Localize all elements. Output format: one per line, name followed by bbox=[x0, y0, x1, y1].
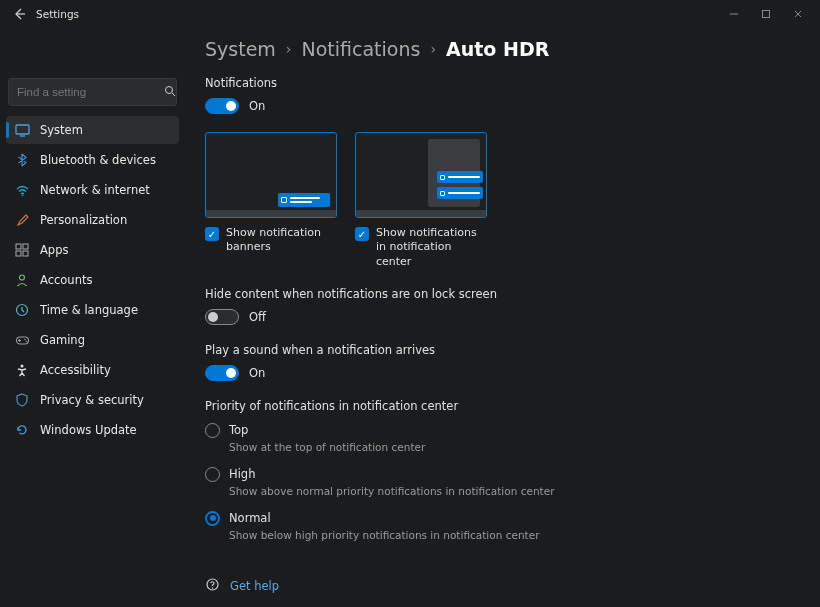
play-sound-state: On bbox=[249, 366, 265, 380]
search-box[interactable] bbox=[8, 78, 177, 106]
person-icon bbox=[14, 272, 30, 288]
chevron-right-icon: › bbox=[286, 41, 292, 57]
svg-rect-4 bbox=[16, 244, 21, 249]
search-icon bbox=[164, 85, 176, 100]
nav-list: System Bluetooth & devices Network & int… bbox=[6, 116, 179, 444]
svg-rect-0 bbox=[763, 11, 770, 18]
svg-point-1 bbox=[166, 86, 173, 93]
content: System › Notifications › Auto HDR Notifi… bbox=[185, 28, 820, 607]
center-check-label: Show notifications in notification cente… bbox=[376, 226, 487, 269]
search-input[interactable] bbox=[17, 86, 164, 98]
bluetooth-icon bbox=[14, 152, 30, 168]
notifications-toggle[interactable] bbox=[205, 98, 239, 114]
banner-check-label: Show notification banners bbox=[226, 226, 337, 255]
svg-rect-5 bbox=[23, 244, 28, 249]
radio-label: Normal bbox=[229, 511, 271, 525]
play-sound-toggle[interactable] bbox=[205, 365, 239, 381]
nav-apps[interactable]: Apps bbox=[6, 236, 179, 264]
radio-label: Top bbox=[229, 423, 248, 437]
nav-label: Network & internet bbox=[40, 183, 150, 197]
svg-point-3 bbox=[21, 194, 23, 196]
nav-personalization[interactable]: Personalization bbox=[6, 206, 179, 234]
accessibility-icon bbox=[14, 362, 30, 378]
nav-label: Accessibility bbox=[40, 363, 111, 377]
nav-gaming[interactable]: Gaming bbox=[6, 326, 179, 354]
breadcrumb-system[interactable]: System bbox=[205, 38, 276, 60]
svg-rect-2 bbox=[16, 125, 29, 134]
brush-icon bbox=[14, 212, 30, 228]
chevron-right-icon: › bbox=[430, 41, 436, 57]
priority-option-high[interactable]: High Show above normal priority notifica… bbox=[205, 467, 796, 497]
nav-label: Personalization bbox=[40, 213, 127, 227]
sidebar: System Bluetooth & devices Network & int… bbox=[0, 28, 185, 607]
get-help-link[interactable]: Get help bbox=[205, 577, 796, 595]
titlebar: Settings bbox=[0, 0, 820, 28]
update-icon bbox=[14, 422, 30, 438]
notifications-toggle-state: On bbox=[249, 99, 265, 113]
window-title: Settings bbox=[36, 8, 79, 20]
svg-point-11 bbox=[24, 338, 26, 340]
nav-label: System bbox=[40, 123, 83, 137]
center-checkbox[interactable]: ✓ bbox=[355, 227, 369, 241]
svg-rect-6 bbox=[16, 251, 21, 256]
play-sound-heading: Play a sound when a notification arrives bbox=[205, 343, 796, 357]
preview-banner-card[interactable] bbox=[205, 132, 337, 218]
nav-label: Time & language bbox=[40, 303, 138, 317]
nav-accessibility[interactable]: Accessibility bbox=[6, 356, 179, 384]
radio-icon bbox=[205, 511, 220, 526]
hide-content-state: Off bbox=[249, 310, 266, 324]
nav-privacy[interactable]: Privacy & security bbox=[6, 386, 179, 414]
nav-label: Bluetooth & devices bbox=[40, 153, 156, 167]
radio-desc: Show at the top of notification center bbox=[229, 441, 796, 453]
gamepad-icon bbox=[14, 332, 30, 348]
priority-heading: Priority of notifications in notificatio… bbox=[205, 399, 796, 413]
minimize-button[interactable] bbox=[718, 0, 750, 28]
radio-icon bbox=[205, 423, 220, 438]
banner-checkbox[interactable]: ✓ bbox=[205, 227, 219, 241]
nav-label: Privacy & security bbox=[40, 393, 144, 407]
window-controls bbox=[718, 0, 814, 28]
hide-content-toggle[interactable] bbox=[205, 309, 239, 325]
nav-bluetooth[interactable]: Bluetooth & devices bbox=[6, 146, 179, 174]
preview-center-card[interactable] bbox=[355, 132, 487, 218]
svg-point-12 bbox=[25, 340, 27, 342]
priority-option-normal[interactable]: Normal Show below high priority notifica… bbox=[205, 511, 796, 541]
nav-network[interactable]: Network & internet bbox=[6, 176, 179, 204]
svg-point-8 bbox=[20, 275, 25, 280]
radio-icon bbox=[205, 467, 220, 482]
nav-label: Accounts bbox=[40, 273, 92, 287]
nav-update[interactable]: Windows Update bbox=[6, 416, 179, 444]
nav-time[interactable]: Time & language bbox=[6, 296, 179, 324]
help-icon bbox=[205, 577, 220, 595]
apps-icon bbox=[14, 242, 30, 258]
radio-label: High bbox=[229, 467, 255, 481]
close-button[interactable] bbox=[782, 0, 814, 28]
radio-desc: Show above normal priority notifications… bbox=[229, 485, 796, 497]
nav-label: Gaming bbox=[40, 333, 85, 347]
nav-label: Apps bbox=[40, 243, 68, 257]
display-icon bbox=[14, 122, 30, 138]
notifications-heading: Notifications bbox=[205, 76, 796, 90]
svg-point-15 bbox=[212, 587, 213, 588]
breadcrumb: System › Notifications › Auto HDR bbox=[205, 38, 796, 60]
priority-option-top[interactable]: Top Show at the top of notification cent… bbox=[205, 423, 796, 453]
hide-content-heading: Hide content when notifications are on l… bbox=[205, 287, 796, 301]
wifi-icon bbox=[14, 182, 30, 198]
shield-icon bbox=[14, 392, 30, 408]
nav-label: Windows Update bbox=[40, 423, 137, 437]
radio-desc: Show below high priority notifications i… bbox=[229, 529, 796, 541]
help-label: Get help bbox=[230, 579, 279, 593]
svg-rect-7 bbox=[23, 251, 28, 256]
back-button[interactable] bbox=[12, 7, 26, 21]
nav-system[interactable]: System bbox=[6, 116, 179, 144]
clock-icon bbox=[14, 302, 30, 318]
maximize-button[interactable] bbox=[750, 0, 782, 28]
svg-point-13 bbox=[21, 365, 24, 368]
breadcrumb-current: Auto HDR bbox=[446, 38, 549, 60]
breadcrumb-notifications[interactable]: Notifications bbox=[301, 38, 420, 60]
nav-accounts[interactable]: Accounts bbox=[6, 266, 179, 294]
